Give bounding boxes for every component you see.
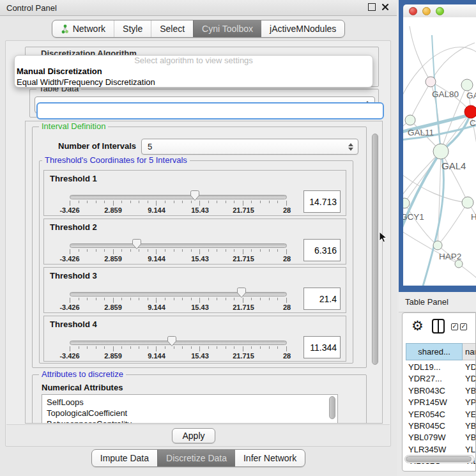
network-node-gal11[interactable] [405,115,415,125]
bottom-tab-infer-network[interactable]: Infer Network [235,450,305,466]
network-node-label: GA [466,91,476,100]
gear-icon[interactable]: ⚙ [411,319,424,332]
dropdown-prompt: Select algorithm to view settings [15,56,372,66]
control-panel: Control Panel NetworkStyleSelectCyni Too… [0,0,397,476]
checkbox-icon[interactable]: ✓ [451,323,458,330]
attributes-group-title: Attributes to discretize [39,369,126,379]
network-node-gal4[interactable] [433,144,449,159]
cell-shared-name: YDR27... [408,374,442,383]
attribute-list-item[interactable]: BetweennessCentrality [42,418,337,424]
tab-label: Select [160,24,185,34]
network-node-c[interactable] [464,105,476,118]
slider-ticks [70,346,287,351]
network-view-window: GAL80GACGAL11GAL4GCY1HHAP2 [399,0,476,292]
threshold-value-field[interactable]: 21.4 [303,288,341,310]
tab-label: Cyni Toolbox [202,24,253,34]
cell-name: YER054C [465,410,476,419]
column-header-name[interactable]: name [463,343,476,360]
cell-name: YDL19 [465,362,476,372]
slider-tick-labels: -3.4262.8599.14415.4321.71528 [70,255,287,263]
table-row[interactable]: YER054CYER054C [403,410,476,421]
columns-icon[interactable] [432,319,445,334]
tab-select[interactable]: Select [151,20,193,37]
network-node-label: GAL11 [408,128,434,137]
attributes-group: Attributes to discretize Numerical Attri… [32,374,367,424]
threshold-label: Threshold 4 [50,319,97,329]
table-row[interactable]: YBL079WYBL079W [403,433,476,444]
cell-name: YLR345W [465,445,476,454]
attribute-list-item[interactable]: SelfLoops [42,397,337,408]
float-icon[interactable] [368,3,376,11]
network-node-h[interactable] [462,197,473,208]
network-node-label: H [471,212,476,222]
cell-shared-name: YER054C [408,410,445,419]
threshold-slider-track[interactable] [70,243,287,248]
threshold-slider-thumb[interactable] [167,335,177,347]
threshold-slider-thumb[interactable] [236,287,247,298]
numerical-attributes-list[interactable]: SelfLoopsTopologicalCoefficientBetweenne… [42,394,338,424]
close-icon[interactable] [381,3,389,11]
network-node-ga[interactable] [461,79,473,91]
table-row[interactable]: YBR043CYBR043C [403,386,476,397]
cell-shared-name: YLR345W [408,445,446,454]
threshold-panel-3: Threshold 3-3.4262.8599.14415.4321.71528… [43,267,346,313]
threshold-value-field[interactable]: 11.344 [303,336,341,358]
threshold-slider-track[interactable] [70,195,287,199]
threshold-label: Threshold 3 [50,271,97,280]
tab-style[interactable]: Style [114,20,151,37]
tab-jactivemnodules[interactable]: jActiveMNodules [261,20,344,37]
cell-shared-name: YBL079W [408,433,446,442]
thresholds-group-title: Threshold's Coordinates for 5 Intervals [42,155,190,165]
table-row[interactable]: YPR145WYPR145W [403,397,476,409]
threshold-slider-track[interactable] [70,341,287,345]
network-node-gcy1[interactable] [403,198,410,208]
network-canvas[interactable]: GAL80GACGAL11GAL4GCY1HHAP2 [403,17,476,286]
network-node-hap2[interactable] [433,241,442,250]
slider-ticks [70,298,287,303]
tab-cyni-toolbox[interactable]: Cyni Toolbox [193,20,261,37]
minimize-traffic-light-icon[interactable] [422,7,431,15]
tab-label: Network [73,24,105,34]
apply-button[interactable]: Apply [172,428,215,443]
cell-name: YBR043C [465,386,476,395]
bottom-tab-label: Impute Data [100,453,149,463]
tab-label: jActiveMNodules [270,24,336,34]
table-panel: ⚙ ✓ ✓ shared... name YDL19...YDL19YDR27.… [402,312,476,472]
network-node-label: HAP2 [439,252,461,261]
cell-shared-name: YPR145W [408,397,447,407]
bottom-tab-impute-data[interactable]: Impute Data [92,450,157,466]
attribute-list-item[interactable]: TopologicalCoefficient [42,408,337,418]
algorithm-combobox[interactable] [36,102,384,119]
zoom-traffic-light-icon[interactable] [436,7,444,15]
tab-network[interactable]: Network [52,20,114,37]
close-traffic-light-icon[interactable] [409,7,417,15]
bottom-tab-discretize-data[interactable]: Discretize Data [157,450,235,466]
cell-name: YPR145W [465,397,476,407]
attributes-list-scrollbar[interactable] [328,395,337,424]
bottom-tab-label: Infer Network [243,453,296,463]
checkbox-icon[interactable]: ✓ [460,323,467,330]
threshold-slider-track[interactable] [70,292,287,296]
threshold-slider-thumb[interactable] [190,190,200,201]
threshold-slider-thumb[interactable] [132,238,142,250]
number-of-intervals-combobox[interactable]: 5 [141,139,358,155]
table-row[interactable]: YDR27...YDR27 [403,374,476,385]
table-row[interactable]: YDL19...YDL19 [403,362,476,374]
cell-name: YBL079W [465,433,476,442]
threshold-value-field[interactable]: 14.713 [303,190,341,213]
network-icon [61,24,70,34]
interval-definition-group: Interval Definition Number of Intervals … [32,127,367,368]
dropdown-option-equal-width[interactable]: Equal Width/Frequency Discretization [15,77,372,88]
network-window-titlebar[interactable] [403,4,476,17]
column-header-shared[interactable]: shared... [406,343,463,360]
table-row[interactable]: YBR045CYBR045C [403,421,476,433]
table-horizontal-scrollbar[interactable] [404,455,475,463]
network-node-gal80[interactable] [426,77,436,87]
dropdown-option-manual-discretization[interactable]: Manual Discretization [15,66,372,77]
slider-tick-labels: -3.4262.8599.14415.4321.71528 [70,206,287,215]
threshold-value-field[interactable]: 6.316 [303,239,341,261]
network-node-label: GAL4 [441,160,466,171]
settings-panel-scrollbar[interactable] [371,123,380,423]
number-of-intervals-value: 5 [148,142,152,151]
cell-shared-name: YBR045C [408,421,445,431]
